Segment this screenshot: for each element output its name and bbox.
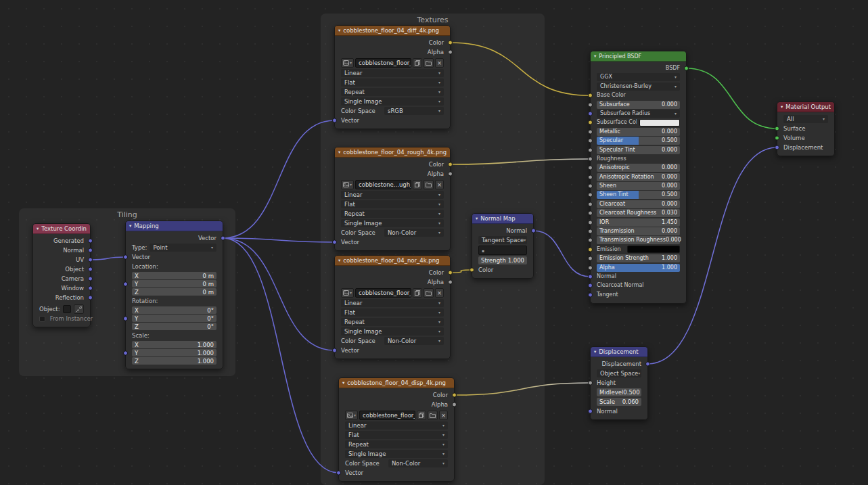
image-browse-button[interactable]: ▾ (341, 180, 354, 189)
anisotropic-slider[interactable]: Anisotropic0.000 (597, 164, 680, 172)
emission-color-swatch[interactable] (627, 246, 680, 253)
rotation-y-field[interactable]: Y0° (132, 315, 216, 322)
image-name-field[interactable]: cobblestone_floor_04_disp_4k... (359, 411, 415, 420)
vector-input-socket[interactable] (123, 255, 128, 260)
specular-slider[interactable]: Specular0.500 (597, 137, 680, 145)
collapse-icon[interactable]: ▾ (476, 216, 478, 221)
space-dropdown[interactable]: Object Space▾ (597, 369, 641, 377)
location-y-field[interactable]: Y0 m (132, 280, 216, 287)
rotation-input-socket[interactable] (123, 316, 128, 321)
duplicate-image-button[interactable] (413, 288, 422, 298)
subsurface-slider[interactable]: Subsurface0.000 (597, 101, 680, 109)
collapse-icon[interactable]: ▾ (338, 28, 340, 33)
open-image-button[interactable] (424, 180, 434, 189)
emission-strength-slider[interactable]: Emission Strength1.000 (597, 254, 680, 262)
reflection-output-socket[interactable] (88, 296, 93, 300)
duplicate-image-button[interactable] (413, 58, 422, 68)
base-color-input-socket[interactable] (588, 93, 593, 98)
surface-input-socket[interactable] (775, 126, 779, 131)
collapse-icon[interactable]: ▾ (129, 223, 131, 229)
alpha-input-socket[interactable] (588, 265, 593, 270)
color-space-dropdown[interactable]: Non-Color▾ (384, 229, 444, 237)
source-dropdown[interactable]: Single Image▾ (341, 219, 444, 227)
node-header[interactable]: ▾ cobblestone_floor_04_diff_4k.png (335, 26, 450, 36)
color-space-dropdown[interactable]: Non-Color▾ (388, 459, 448, 467)
rotation-x-field[interactable]: X0° (132, 306, 216, 314)
object-output-socket[interactable] (88, 267, 93, 272)
scale-input-socket[interactable] (123, 350, 128, 355)
alpha-output-socket[interactable] (448, 50, 453, 55)
camera-output-socket[interactable] (88, 277, 93, 281)
normal-input-socket[interactable] (588, 409, 593, 414)
subsurface-color-input-socket[interactable] (588, 120, 593, 125)
clearcoat-roughness-slider[interactable]: Clearcoat Roughness0.030 (597, 209, 680, 217)
anisotropic-input-socket[interactable] (588, 166, 593, 170)
image-name-field[interactable]: cobblestone...ugh_4k.png (355, 180, 411, 189)
interpolation-dropdown[interactable]: Linear▾ (341, 191, 444, 199)
image-texture-node-normal[interactable]: ▾ cobblestone_floor_04_nor_4k.png Color … (334, 255, 451, 359)
normal-output-socket[interactable] (531, 229, 536, 233)
image-texture-node-displacement[interactable]: ▾ cobblestone_floor_04_disp_4k.png Color… (338, 377, 455, 482)
duplicate-image-button[interactable] (413, 180, 422, 189)
open-image-button[interactable] (424, 288, 434, 298)
collapse-icon[interactable]: ▾ (338, 149, 340, 155)
height-input-socket[interactable] (588, 381, 593, 386)
source-dropdown[interactable]: Single Image▾ (341, 97, 444, 106)
vector-input-socket[interactable] (332, 118, 337, 123)
eyedropper-button[interactable] (74, 304, 84, 314)
displacement-input-socket[interactable] (775, 145, 779, 150)
sheen-tint-slider[interactable]: Sheen Tint0.500 (597, 191, 680, 199)
source-dropdown[interactable]: Single Image▾ (345, 450, 448, 458)
extension-dropdown[interactable]: Repeat▾ (341, 318, 444, 326)
color-output-socket[interactable] (452, 393, 457, 398)
normal-input-socket[interactable] (588, 274, 593, 279)
source-dropdown[interactable]: Single Image▾ (341, 327, 444, 336)
node-header[interactable]: ▾ Principled BSDF (591, 51, 686, 62)
uv-output-socket[interactable] (88, 258, 93, 262)
unlink-image-button[interactable]: × (439, 411, 448, 420)
interpolation-dropdown[interactable]: Linear▾ (341, 69, 444, 77)
sheen-input-socket[interactable] (588, 184, 593, 189)
clearcoat-roughness-input-socket[interactable] (588, 211, 593, 216)
projection-dropdown[interactable]: Flat▾ (341, 308, 444, 317)
tangent-input-socket[interactable] (588, 292, 593, 297)
collapse-icon[interactable]: ▾ (338, 258, 340, 263)
location-z-field[interactable]: Z0 m (132, 288, 216, 296)
midlevel-slider[interactable]: Midlevel0.500 (597, 388, 641, 396)
node-header[interactable]: ▾ cobblestone_floor_04_disp_4k.png (339, 378, 454, 388)
transmission-input-socket[interactable] (588, 229, 593, 234)
interpolation-dropdown[interactable]: Linear▾ (341, 299, 444, 307)
projection-dropdown[interactable]: Flat▾ (341, 200, 444, 208)
sheen-slider[interactable]: Sheen0.000 (597, 182, 680, 190)
object-picker-field[interactable] (63, 305, 71, 313)
collapse-icon[interactable]: ▾ (594, 53, 596, 59)
clearcoat-normal-input-socket[interactable] (588, 283, 593, 288)
color-space-dropdown[interactable]: sRGB▾ (384, 107, 444, 115)
alpha-output-socket[interactable] (448, 280, 453, 285)
extension-dropdown[interactable]: Repeat▾ (341, 210, 444, 218)
transmission-roughness-slider[interactable]: Transmission Roughness0.000 (597, 236, 680, 244)
uv-map-field[interactable]: ▪ (478, 246, 527, 255)
interpolation-dropdown[interactable]: Linear▾ (345, 421, 448, 430)
roughness-input-socket[interactable] (588, 156, 593, 161)
collapse-icon[interactable]: ▾ (37, 226, 39, 231)
node-header[interactable]: ▾ Normal Map (472, 214, 533, 224)
image-browse-button[interactable]: ▾ (345, 411, 358, 420)
target-dropdown[interactable]: All▾ (783, 115, 828, 123)
clearcoat-input-socket[interactable] (588, 202, 593, 206)
metallic-slider[interactable]: Metallic0.000 (597, 128, 680, 136)
anisotropic-rotation-slider[interactable]: Anisotropic Rotation0.000 (597, 173, 680, 181)
color-output-socket[interactable] (448, 41, 453, 45)
color-input-socket[interactable] (470, 268, 474, 273)
normal-output-socket[interactable] (88, 248, 93, 253)
image-name-field[interactable]: cobblestone_floor_04_diff_4... (355, 58, 411, 68)
extension-dropdown[interactable]: Repeat▾ (345, 440, 448, 448)
collapse-icon[interactable]: ▾ (594, 349, 596, 354)
subsurface-input-socket[interactable] (588, 102, 593, 107)
projection-dropdown[interactable]: Flat▾ (341, 78, 444, 87)
vector-input-socket[interactable] (332, 240, 337, 245)
type-dropdown[interactable]: Point▾ (150, 244, 216, 252)
from-instancer-row[interactable]: From Instancer (39, 315, 84, 323)
scale-x-field[interactable]: X1.000 (132, 341, 216, 348)
specular-input-socket[interactable] (588, 139, 593, 143)
